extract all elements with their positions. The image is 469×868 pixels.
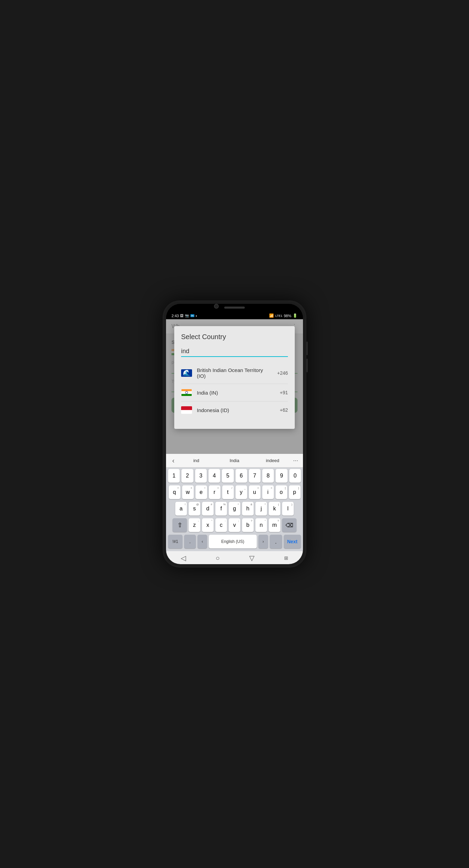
- more-suggestions-icon[interactable]: ···: [292, 457, 300, 464]
- comma-key[interactable]: ,: [184, 535, 196, 548]
- key-9[interactable]: 9: [276, 469, 287, 483]
- period-key[interactable]: .: [270, 535, 282, 548]
- keyboard-asdf-row: !a @s #d %f ^g &h *j (k )l: [166, 500, 303, 517]
- key-6[interactable]: 6: [236, 469, 247, 483]
- country-search-input[interactable]: [181, 346, 288, 356]
- keyboard-number-row: 1 2 3 4 5 6 7 8 9 0: [166, 468, 303, 484]
- camera: [214, 304, 219, 309]
- nav-keyboard-button[interactable]: ⊞: [284, 555, 288, 561]
- shift-key[interactable]: ⇧: [173, 518, 187, 532]
- status-left: 2:43 🖼 📷 in •: [172, 314, 197, 318]
- suggestion-2[interactable]: India: [215, 458, 253, 463]
- keyboard-zxcv-row: ⇧ -z "x :c ;v ?b "n ?m ⌫: [166, 517, 303, 533]
- photo-icon: 🖼: [180, 314, 183, 318]
- symbols-key[interactable]: !#1: [168, 535, 182, 548]
- keyboard: ‹ ind India indeed ··· 1 2 3 4 5 6 7 8 9…: [166, 454, 303, 551]
- key-7[interactable]: 7: [249, 469, 261, 483]
- select-country-modal: Select Country 🌊 British Indian Ocean Te…: [174, 326, 295, 429]
- key-e[interactable]: ÷e: [195, 485, 207, 499]
- key-z[interactable]: -z: [189, 518, 200, 532]
- key-h[interactable]: &h: [242, 502, 254, 516]
- language-label: English (US): [221, 539, 244, 544]
- key-0[interactable]: 0: [289, 469, 301, 483]
- key-3[interactable]: 3: [195, 469, 207, 483]
- key-j[interactable]: *j: [255, 502, 267, 516]
- key-q[interactable]: +q: [169, 485, 180, 499]
- key-5[interactable]: 5: [222, 469, 233, 483]
- indonesia-country-code: +62: [280, 407, 288, 413]
- key-u[interactable]: <u: [249, 485, 261, 499]
- country-list: 🌊 British Indian Ocean Territory (IO) +2…: [181, 362, 288, 419]
- country-item-biot[interactable]: 🌊 British Indian Ocean Territory (IO) +2…: [181, 362, 288, 384]
- key-p[interactable]: ]p: [289, 485, 301, 499]
- key-n[interactable]: "n: [255, 518, 267, 532]
- instagram-icon: 📷: [185, 314, 189, 318]
- next-key[interactable]: Next: [284, 535, 301, 548]
- phone-screen: 2:43 🖼 📷 in • 📶 LTE1 98% 🔋 Wh ⋮ Sel: [166, 304, 303, 564]
- keyboard-suggestions-bar: ‹ ind India indeed ···: [166, 454, 303, 468]
- volume-down-button[interactable]: [306, 359, 308, 372]
- indonesia-flag: [181, 406, 192, 414]
- key-m[interactable]: ?m: [269, 518, 280, 532]
- key-s[interactable]: @s: [189, 502, 200, 516]
- biot-flag-icon: 🌊: [183, 369, 190, 377]
- key-y[interactable]: _y: [236, 485, 247, 499]
- status-time: 2:43: [172, 314, 179, 318]
- dot-icon: •: [196, 314, 197, 318]
- key-4[interactable]: 4: [208, 469, 220, 483]
- key-t[interactable]: /t: [222, 485, 234, 499]
- suggestion-1[interactable]: ind: [177, 458, 215, 463]
- india-flag: [181, 389, 192, 396]
- wifi-icon: 📶: [269, 313, 274, 318]
- key-a[interactable]: !a: [175, 502, 187, 516]
- key-v[interactable]: ;v: [229, 518, 240, 532]
- battery-icon: 🔋: [293, 313, 297, 318]
- nav-recent-button[interactable]: ▽: [249, 554, 254, 562]
- key-b[interactable]: ?b: [242, 518, 254, 532]
- biot-country-code: +246: [277, 370, 288, 376]
- nav-back-button[interactable]: ◁: [181, 554, 186, 562]
- key-k[interactable]: (k: [269, 502, 280, 516]
- lang-right-chevron[interactable]: ›: [258, 535, 268, 548]
- key-l[interactable]: )l: [282, 502, 294, 516]
- suggestion-3[interactable]: indeed: [254, 458, 292, 463]
- indonesia-country-name: Indonesia (ID): [197, 407, 275, 413]
- lang-left-chevron[interactable]: ‹: [198, 535, 207, 548]
- key-w[interactable]: ×w: [182, 485, 194, 499]
- country-item-india[interactable]: India (IN) +91: [181, 384, 288, 401]
- biot-country-name: British Indian Ocean Territory (IO): [197, 367, 272, 379]
- key-o[interactable]: [o: [276, 485, 287, 499]
- battery-percentage: 98%: [284, 314, 291, 318]
- spacebar-key[interactable]: English (US): [209, 535, 257, 548]
- navigation-bar: ◁ ○ ▽ ⊞: [166, 551, 303, 564]
- key-f[interactable]: %f: [215, 502, 227, 516]
- keyboard-bottom-row: !#1 , ‹ English (US) › . Next: [166, 533, 303, 551]
- modal-overlay[interactable]: Select Country 🌊 British Indian Ocean Te…: [166, 319, 303, 454]
- key-g[interactable]: ^g: [229, 502, 240, 516]
- key-r[interactable]: =r: [209, 485, 220, 499]
- key-8[interactable]: 8: [262, 469, 274, 483]
- search-input-wrap: [181, 346, 288, 357]
- volume-up-button[interactable]: [306, 342, 308, 355]
- ashoka-chakra: [185, 391, 188, 394]
- phone-device: 2:43 🖼 📷 in • 📶 LTE1 98% 🔋 Wh ⋮ Sel: [163, 300, 306, 568]
- backspace-key[interactable]: ⌫: [282, 518, 296, 532]
- key-c[interactable]: :c: [215, 518, 227, 532]
- key-2[interactable]: 2: [181, 469, 193, 483]
- india-country-code: +91: [280, 390, 288, 395]
- biot-flag: 🌊: [181, 369, 192, 377]
- country-item-indonesia[interactable]: Indonesia (ID) +62: [181, 401, 288, 419]
- key-d[interactable]: #d: [202, 502, 214, 516]
- speaker: [224, 307, 245, 309]
- keyboard-back-button[interactable]: ‹: [169, 457, 177, 464]
- signal-icon: LTE1: [275, 314, 282, 318]
- key-i[interactable]: >i: [262, 485, 274, 499]
- linkedin-icon: in: [190, 314, 194, 317]
- status-right: 📶 LTE1 98% 🔋: [269, 313, 297, 318]
- key-1[interactable]: 1: [168, 469, 180, 483]
- india-country-name: India (IN): [197, 390, 275, 396]
- keyboard-qwerty-row: +q ×w ÷e =r /t _y <u >i [o ]p: [166, 484, 303, 500]
- nav-home-button[interactable]: ○: [216, 554, 220, 562]
- key-x[interactable]: "x: [202, 518, 214, 532]
- modal-title: Select Country: [181, 333, 288, 341]
